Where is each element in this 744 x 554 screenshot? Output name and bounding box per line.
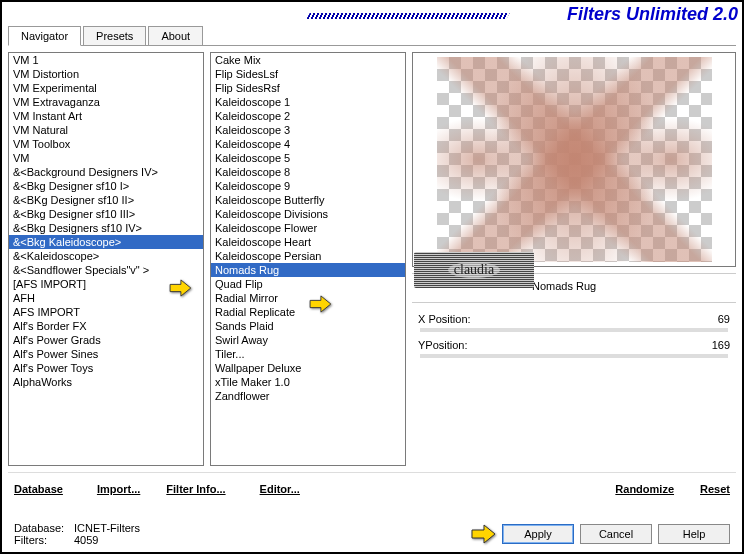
filter-list-item[interactable]: Sands Plaid: [211, 319, 405, 333]
pointer-apply: [470, 524, 496, 544]
category-list-item[interactable]: Alf's Power Grads: [9, 333, 203, 347]
filter-list-item[interactable]: Kaleidoscope 8: [211, 165, 405, 179]
category-list-item[interactable]: VM Experimental: [9, 81, 203, 95]
category-list[interactable]: VM 1VM DistortionVM ExperimentalVM Extra…: [8, 52, 204, 466]
help-button[interactable]: Help: [658, 524, 730, 544]
filter-list-item[interactable]: Kaleidoscope 5: [211, 151, 405, 165]
filter-list-item[interactable]: Kaleidoscope Divisions: [211, 207, 405, 221]
category-list-item[interactable]: &<Kaleidoscope>: [9, 249, 203, 263]
apply-button[interactable]: Apply: [502, 524, 574, 544]
category-list-item[interactable]: &<Background Designers IV>: [9, 165, 203, 179]
tab-about[interactable]: About: [148, 26, 203, 45]
link-button-row: Database Import... Filter Info... Editor…: [8, 472, 736, 505]
database-link[interactable]: Database: [10, 481, 67, 497]
category-list-item[interactable]: VM 1: [9, 53, 203, 67]
filter-list-item[interactable]: Tiler...: [211, 347, 405, 361]
filter-list-item[interactable]: xTile Maker 1.0: [211, 375, 405, 389]
filter-list-item[interactable]: Kaleidoscope Butterfly: [211, 193, 405, 207]
filter-list-item[interactable]: Flip SidesRsf: [211, 81, 405, 95]
pointer-category: [167, 279, 193, 297]
randomize-link[interactable]: Randomize: [611, 481, 678, 497]
category-list-item[interactable]: VM Extravaganza: [9, 95, 203, 109]
filter-list-item[interactable]: Kaleidoscope 1: [211, 95, 405, 109]
app-title: Filters Unlimited 2.0: [567, 4, 738, 25]
db-label: Database:: [14, 522, 74, 534]
category-list-item[interactable]: &<Sandflower Specials"v" >: [9, 263, 203, 277]
reset-link[interactable]: Reset: [696, 481, 734, 497]
category-list-item[interactable]: Alf's Power Toys: [9, 361, 203, 375]
category-list-item[interactable]: VM Instant Art: [9, 109, 203, 123]
slider-yposition[interactable]: [420, 354, 728, 358]
filter-list-item[interactable]: Nomads Rug: [211, 263, 405, 277]
filter-list-item[interactable]: Zandflower: [211, 389, 405, 403]
category-list-item[interactable]: &<BKg Designer sf10 II>: [9, 193, 203, 207]
pointer-filter: [307, 295, 333, 313]
param-yposition-label: YPosition:: [418, 339, 468, 351]
footer-buttons: Apply Cancel Help: [470, 524, 730, 544]
filter-list-item[interactable]: Kaleidoscope Heart: [211, 235, 405, 249]
params-panel: X Position: 69 YPosition: 169: [412, 302, 736, 363]
panels: VM 1VM DistortionVM ExperimentalVM Extra…: [8, 46, 736, 466]
param-yposition: YPosition: 169: [412, 337, 736, 353]
preview-image: [437, 57, 712, 262]
filter-list-item[interactable]: Cake Mix: [211, 53, 405, 67]
editor-link[interactable]: Editor...: [256, 481, 304, 497]
filter-list-item[interactable]: Quad Flip: [211, 277, 405, 291]
param-yposition-value: 169: [712, 339, 730, 351]
filter-list[interactable]: Cake MixFlip SidesLsfFlip SidesRsfKaleid…: [210, 52, 406, 466]
watermark: claudia: [414, 252, 534, 288]
tab-presets[interactable]: Presets: [83, 26, 146, 45]
category-list-item[interactable]: &<Bkg Designers sf10 IV>: [9, 221, 203, 235]
filter-list-item[interactable]: Swirl Away: [211, 333, 405, 347]
filter-list-item[interactable]: Flip SidesLsf: [211, 67, 405, 81]
param-xposition-label: X Position:: [418, 313, 471, 325]
filter-list-item[interactable]: Kaleidoscope 9: [211, 179, 405, 193]
footer: Database:ICNET-Filters Filters:4059 Appl…: [14, 522, 730, 546]
category-list-item[interactable]: &<Bkg Designer sf10 III>: [9, 207, 203, 221]
param-xposition-value: 69: [718, 313, 730, 325]
param-xposition: X Position: 69: [412, 311, 736, 327]
tab-navigator[interactable]: Navigator: [8, 26, 81, 46]
category-list-item[interactable]: Alf's Border FX: [9, 319, 203, 333]
filter-list-item[interactable]: Kaleidoscope 2: [211, 109, 405, 123]
filters-label: Filters:: [14, 534, 74, 546]
filter-list-item[interactable]: Kaleidoscope 3: [211, 123, 405, 137]
category-list-item[interactable]: Alf's Power Sines: [9, 347, 203, 361]
category-list-item[interactable]: VM: [9, 151, 203, 165]
category-list-item[interactable]: AFS IMPORT: [9, 305, 203, 319]
category-list-item[interactable]: VM Natural: [9, 123, 203, 137]
category-list-item[interactable]: AlphaWorks: [9, 375, 203, 389]
filter-list-item[interactable]: Kaleidoscope 4: [211, 137, 405, 151]
filter-info-link[interactable]: Filter Info...: [162, 481, 229, 497]
tab-strip: Navigator Presets About: [8, 26, 736, 46]
cancel-button[interactable]: Cancel: [580, 524, 652, 544]
category-list-item[interactable]: VM Distortion: [9, 67, 203, 81]
main-panel: Navigator Presets About VM 1VM Distortio…: [8, 26, 736, 502]
filters-value: 4059: [74, 534, 98, 546]
preview-frame: [412, 52, 736, 267]
footer-info: Database:ICNET-Filters Filters:4059: [14, 522, 140, 546]
watermark-text: claudia: [448, 262, 500, 278]
filter-list-item[interactable]: Kaleidoscope Persian: [211, 249, 405, 263]
import-link[interactable]: Import...: [93, 481, 144, 497]
slider-xposition[interactable]: [420, 328, 728, 332]
category-list-item[interactable]: &<Bkg Designer sf10 I>: [9, 179, 203, 193]
category-list-item[interactable]: &<Bkg Kaleidoscope>: [9, 235, 203, 249]
filter-list-item[interactable]: Wallpaper Deluxe: [211, 361, 405, 375]
category-list-item[interactable]: VM Toolbox: [9, 137, 203, 151]
preview-pattern: [437, 57, 712, 262]
filter-list-item[interactable]: Kaleidoscope Flower: [211, 221, 405, 235]
db-value: ICNET-Filters: [74, 522, 140, 534]
